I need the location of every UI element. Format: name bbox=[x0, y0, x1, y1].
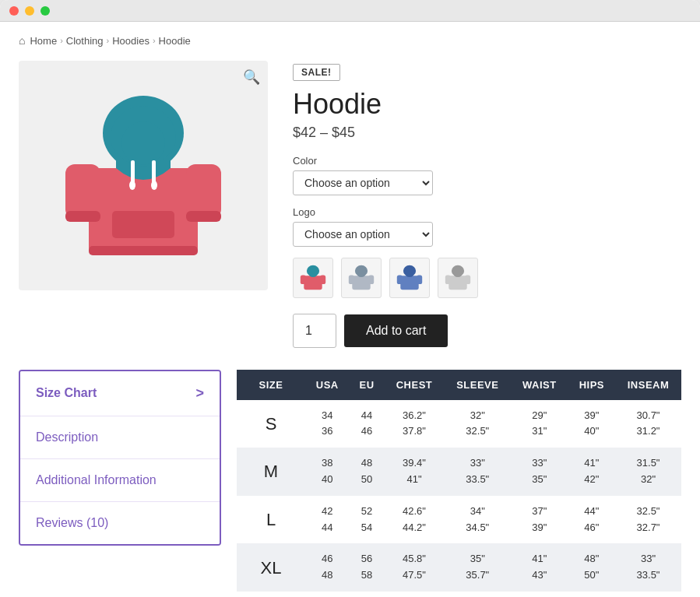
size-cell: M bbox=[237, 448, 305, 496]
app-window: ⌂ Home › Clothing › Hoodies › Hoodie 🔍 bbox=[0, 0, 700, 597]
data-cell: 37"39" bbox=[511, 496, 568, 544]
data-cell: 35"35.7" bbox=[444, 543, 511, 592]
svg-point-5 bbox=[121, 121, 165, 165]
breadcrumb: ⌂ Home › Clothing › Hoodies › Hoodie bbox=[19, 34, 681, 47]
tab-description-label: Description bbox=[36, 430, 98, 444]
data-cell: 6062 bbox=[350, 592, 385, 597]
maximize-dot[interactable] bbox=[40, 6, 50, 16]
product-title: Hoodie bbox=[293, 89, 681, 120]
svg-rect-7 bbox=[152, 160, 156, 184]
tab-size-chart-label: Size Chart bbox=[36, 386, 97, 400]
tabs-sidebar: Size Chart > Description Additional Info… bbox=[19, 370, 221, 546]
svg-rect-20 bbox=[352, 276, 370, 290]
svg-rect-2 bbox=[65, 164, 100, 219]
table-row: M3840485039.4"41"33"33.5"33"35"41"42"31.… bbox=[237, 448, 681, 496]
variant-thumb-2[interactable] bbox=[341, 258, 382, 298]
data-cell: 39"40" bbox=[568, 400, 615, 448]
tab-reviews[interactable]: Reviews (10) bbox=[20, 502, 220, 544]
svg-rect-12 bbox=[186, 211, 221, 222]
titlebar bbox=[0, 0, 700, 22]
data-cell: 32.5"32.7" bbox=[615, 496, 681, 544]
size-cell: XXL bbox=[237, 592, 305, 597]
product-section: 🔍 bbox=[19, 61, 681, 348]
svg-point-23 bbox=[357, 267, 367, 277]
data-cell: 45"47" bbox=[511, 592, 568, 597]
tab-size-chart[interactable]: Size Chart > bbox=[20, 371, 220, 416]
close-dot[interactable] bbox=[9, 6, 19, 16]
data-cell: 4446 bbox=[350, 400, 385, 448]
data-cell: 36.2"37.8" bbox=[385, 400, 445, 448]
home-icon: ⌂ bbox=[19, 34, 25, 47]
data-cell: 34"34.5" bbox=[444, 496, 511, 544]
variant-thumb-4[interactable] bbox=[438, 258, 478, 298]
col-chest: CHEST bbox=[385, 370, 445, 400]
data-cell: 36.2"36.7" bbox=[444, 592, 511, 597]
color-select[interactable]: Choose an option bbox=[293, 170, 433, 195]
data-cell: 5052 bbox=[305, 592, 350, 597]
data-cell: 34"34.2" bbox=[615, 592, 681, 597]
col-eu: EU bbox=[350, 370, 385, 400]
svg-rect-16 bbox=[301, 275, 306, 284]
data-cell: 3840 bbox=[305, 448, 350, 496]
svg-rect-13 bbox=[89, 246, 198, 255]
minimize-dot[interactable] bbox=[25, 6, 34, 16]
data-cell: 33"35" bbox=[511, 448, 568, 496]
svg-point-8 bbox=[129, 181, 135, 190]
data-cell: 52"54" bbox=[568, 592, 615, 597]
color-label: Color bbox=[293, 155, 681, 167]
data-cell: 45.8"47.5" bbox=[385, 543, 445, 592]
zoom-icon[interactable]: 🔍 bbox=[243, 68, 260, 86]
logo-label: Logo bbox=[293, 206, 681, 218]
svg-rect-11 bbox=[65, 211, 100, 222]
svg-rect-25 bbox=[400, 276, 418, 290]
svg-rect-22 bbox=[368, 275, 374, 284]
variant-thumb-1[interactable] bbox=[293, 258, 333, 298]
size-cell: XL bbox=[237, 543, 305, 592]
breadcrumb-hoodies[interactable]: Hoodies bbox=[112, 35, 149, 47]
tab-size-chart-arrow: > bbox=[195, 385, 204, 402]
col-waist: WAIST bbox=[511, 370, 568, 400]
col-inseam: INSEAM bbox=[615, 370, 681, 400]
add-to-cart-row: 1 Add to cart bbox=[293, 314, 681, 348]
tab-additional-info-label: Additional Information bbox=[36, 473, 157, 487]
data-cell: 5658 bbox=[350, 543, 385, 592]
product-info: SALE! Hoodie $42 – $45 Color Choose an o… bbox=[293, 61, 681, 348]
data-cell: 39.4"41" bbox=[385, 448, 445, 496]
data-cell: 42.6"44.2" bbox=[385, 496, 445, 544]
add-to-cart-button[interactable]: Add to cart bbox=[344, 314, 448, 347]
data-cell: 5254 bbox=[350, 496, 385, 544]
table-row: XL4648565845.8"47.5"35"35.7"41"43"48"50"… bbox=[237, 543, 681, 592]
bottom-section: Size Chart > Description Additional Info… bbox=[19, 370, 681, 597]
data-cell: 4850 bbox=[350, 448, 385, 496]
svg-point-33 bbox=[453, 267, 463, 277]
svg-rect-3 bbox=[186, 164, 221, 219]
tab-additional-info[interactable]: Additional Information bbox=[20, 459, 220, 502]
breadcrumb-clothing[interactable]: Clothing bbox=[66, 35, 104, 47]
breadcrumb-home[interactable]: Home bbox=[30, 35, 57, 47]
svg-rect-32 bbox=[465, 275, 470, 284]
col-hips: HIPS bbox=[568, 370, 615, 400]
svg-rect-6 bbox=[131, 160, 135, 184]
svg-point-18 bbox=[308, 267, 318, 277]
svg-rect-31 bbox=[445, 275, 451, 284]
svg-rect-21 bbox=[349, 275, 354, 284]
tab-description[interactable]: Description bbox=[20, 416, 220, 459]
product-price: $42 – $45 bbox=[293, 125, 681, 141]
svg-rect-30 bbox=[448, 276, 466, 290]
breadcrumb-current: Hoodie bbox=[159, 35, 191, 47]
data-cell: 29"31" bbox=[511, 400, 568, 448]
data-cell: 3436 bbox=[305, 400, 350, 448]
data-cell: 33"33.5" bbox=[444, 448, 511, 496]
size-cell: S bbox=[237, 400, 305, 448]
svg-point-9 bbox=[151, 181, 157, 190]
variant-thumb-3[interactable] bbox=[389, 258, 430, 298]
breadcrumb-sep-3: › bbox=[153, 36, 156, 45]
svg-rect-15 bbox=[304, 276, 322, 290]
svg-rect-17 bbox=[320, 275, 325, 284]
page-content: ⌂ Home › Clothing › Hoodies › Hoodie 🔍 bbox=[0, 22, 700, 597]
svg-rect-27 bbox=[417, 275, 422, 284]
col-size: SIZE bbox=[237, 370, 305, 400]
quantity-input[interactable]: 1 bbox=[293, 314, 336, 348]
logo-select[interactable]: Choose an option bbox=[293, 222, 433, 247]
tab-reviews-label: Reviews (10) bbox=[36, 516, 108, 530]
